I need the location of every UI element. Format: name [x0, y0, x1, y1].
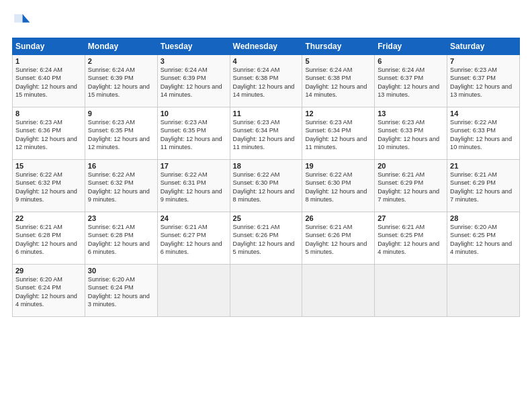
day-info: Sunrise: 6:22 AMSunset: 6:31 PMDaylight:…	[161, 171, 227, 204]
day-number: 11	[233, 109, 300, 118]
calendar-cell: 23Sunrise: 6:21 AMSunset: 6:28 PMDayligh…	[85, 212, 157, 265]
day-number: 27	[378, 214, 444, 222]
day-number: 7	[450, 57, 517, 65]
day-number: 22	[15, 214, 82, 222]
day-number: 8	[15, 109, 82, 118]
calendar-cell: 2Sunrise: 6:24 AMSunset: 6:39 PMDaylight…	[85, 55, 157, 107]
weekday-header: Friday	[375, 38, 447, 55]
page: SundayMondayTuesdayWednesdayThursdayFrid…	[0, 0, 532, 411]
day-number: 26	[305, 214, 371, 222]
day-info: Sunrise: 6:23 AMSunset: 6:35 PMDaylight:…	[88, 118, 154, 152]
day-info: Sunrise: 6:24 AMSunset: 6:37 PMDaylight:…	[378, 66, 444, 99]
day-info: Sunrise: 6:24 AMSunset: 6:40 PMDaylight:…	[15, 66, 82, 99]
weekday-header: Monday	[85, 38, 157, 55]
calendar-cell: 24Sunrise: 6:21 AMSunset: 6:27 PMDayligh…	[157, 212, 230, 265]
day-number: 19	[305, 162, 371, 170]
calendar-cell: 1Sunrise: 6:24 AMSunset: 6:40 PMDaylight…	[13, 55, 85, 107]
calendar-week-row: 15Sunrise: 6:22 AMSunset: 6:32 PMDayligh…	[13, 160, 520, 212]
calendar-cell: 15Sunrise: 6:22 AMSunset: 6:32 PMDayligh…	[13, 160, 85, 212]
day-number: 5	[305, 57, 371, 65]
calendar-cell: 12Sunrise: 6:23 AMSunset: 6:34 PMDayligh…	[302, 107, 375, 160]
day-number: 9	[88, 109, 154, 118]
weekday-header: Tuesday	[157, 38, 230, 55]
day-info: Sunrise: 6:20 AMSunset: 6:25 PMDaylight:…	[450, 223, 517, 257]
calendar-cell: 10Sunrise: 6:23 AMSunset: 6:35 PMDayligh…	[157, 107, 230, 160]
day-info: Sunrise: 6:23 AMSunset: 6:34 PMDaylight:…	[305, 118, 371, 152]
header	[12, 12, 520, 31]
calendar-cell	[230, 265, 302, 317]
calendar-cell: 7Sunrise: 6:23 AMSunset: 6:37 PMDaylight…	[447, 55, 520, 107]
day-number: 23	[88, 214, 154, 222]
calendar-cell: 5Sunrise: 6:24 AMSunset: 6:38 PMDaylight…	[302, 55, 375, 107]
calendar-cell: 8Sunrise: 6:23 AMSunset: 6:36 PMDaylight…	[13, 107, 85, 160]
day-number: 20	[378, 162, 444, 170]
day-info: Sunrise: 6:22 AMSunset: 6:32 PMDaylight:…	[15, 171, 82, 204]
calendar-cell: 30Sunrise: 6:20 AMSunset: 6:24 PMDayligh…	[85, 265, 157, 317]
calendar-cell: 19Sunrise: 6:22 AMSunset: 6:30 PMDayligh…	[302, 160, 375, 212]
logo	[12, 12, 34, 31]
day-number: 4	[233, 57, 300, 65]
calendar-cell: 13Sunrise: 6:23 AMSunset: 6:33 PMDayligh…	[375, 107, 447, 160]
weekday-header-row: SundayMondayTuesdayWednesdayThursdayFrid…	[13, 38, 520, 55]
day-info: Sunrise: 6:24 AMSunset: 6:38 PMDaylight:…	[305, 66, 371, 99]
day-number: 28	[450, 214, 517, 222]
day-number: 12	[305, 109, 371, 118]
day-info: Sunrise: 6:23 AMSunset: 6:36 PMDaylight:…	[15, 118, 82, 152]
weekday-header: Sunday	[13, 38, 85, 55]
day-info: Sunrise: 6:23 AMSunset: 6:35 PMDaylight:…	[161, 118, 227, 152]
day-number: 10	[161, 109, 227, 118]
day-number: 17	[161, 162, 227, 170]
day-info: Sunrise: 6:24 AMSunset: 6:38 PMDaylight:…	[233, 66, 300, 99]
day-info: Sunrise: 6:22 AMSunset: 6:32 PMDaylight:…	[88, 171, 154, 204]
calendar-cell: 28Sunrise: 6:20 AMSunset: 6:25 PMDayligh…	[447, 212, 520, 265]
day-info: Sunrise: 6:21 AMSunset: 6:26 PMDaylight:…	[305, 223, 371, 257]
weekday-header: Saturday	[447, 38, 520, 55]
calendar-cell: 26Sunrise: 6:21 AMSunset: 6:26 PMDayligh…	[302, 212, 375, 265]
day-number: 14	[450, 109, 517, 118]
day-number: 13	[378, 109, 444, 118]
day-info: Sunrise: 6:21 AMSunset: 6:29 PMDaylight:…	[450, 171, 517, 204]
day-info: Sunrise: 6:24 AMSunset: 6:39 PMDaylight:…	[161, 66, 227, 99]
calendar-cell: 11Sunrise: 6:23 AMSunset: 6:34 PMDayligh…	[230, 107, 302, 160]
day-number: 15	[15, 162, 82, 170]
day-info: Sunrise: 6:21 AMSunset: 6:25 PMDaylight:…	[378, 223, 444, 257]
calendar-cell: 6Sunrise: 6:24 AMSunset: 6:37 PMDaylight…	[375, 55, 447, 107]
day-number: 6	[378, 57, 444, 65]
calendar-cell: 4Sunrise: 6:24 AMSunset: 6:38 PMDaylight…	[230, 55, 302, 107]
day-number: 24	[161, 214, 227, 222]
calendar-week-row: 29Sunrise: 6:20 AMSunset: 6:24 PMDayligh…	[13, 265, 520, 317]
calendar-cell	[447, 265, 520, 317]
weekday-header: Wednesday	[230, 38, 302, 55]
svg-rect-1	[14, 14, 24, 22]
calendar-cell: 29Sunrise: 6:20 AMSunset: 6:24 PMDayligh…	[13, 265, 85, 317]
day-info: Sunrise: 6:23 AMSunset: 6:33 PMDaylight:…	[378, 118, 444, 152]
day-info: Sunrise: 6:24 AMSunset: 6:39 PMDaylight:…	[88, 66, 154, 99]
calendar-cell	[157, 265, 230, 317]
svg-marker-0	[23, 14, 30, 22]
calendar-cell: 22Sunrise: 6:21 AMSunset: 6:28 PMDayligh…	[13, 212, 85, 265]
calendar-week-row: 1Sunrise: 6:24 AMSunset: 6:40 PMDaylight…	[13, 55, 520, 107]
day-number: 21	[450, 162, 517, 170]
calendar-week-row: 22Sunrise: 6:21 AMSunset: 6:28 PMDayligh…	[13, 212, 520, 265]
calendar-cell: 14Sunrise: 6:22 AMSunset: 6:33 PMDayligh…	[447, 107, 520, 160]
day-number: 1	[15, 57, 82, 65]
calendar-cell	[302, 265, 375, 317]
day-info: Sunrise: 6:22 AMSunset: 6:30 PMDaylight:…	[233, 171, 300, 204]
day-info: Sunrise: 6:20 AMSunset: 6:24 PMDaylight:…	[88, 275, 154, 309]
calendar-week-row: 8Sunrise: 6:23 AMSunset: 6:36 PMDaylight…	[13, 107, 520, 160]
day-number: 29	[15, 267, 82, 275]
day-info: Sunrise: 6:21 AMSunset: 6:27 PMDaylight:…	[161, 223, 227, 257]
day-number: 16	[88, 162, 154, 170]
day-info: Sunrise: 6:21 AMSunset: 6:28 PMDaylight:…	[88, 223, 154, 257]
calendar-cell: 16Sunrise: 6:22 AMSunset: 6:32 PMDayligh…	[85, 160, 157, 212]
calendar-cell: 17Sunrise: 6:22 AMSunset: 6:31 PMDayligh…	[157, 160, 230, 212]
day-number: 25	[233, 214, 300, 222]
day-info: Sunrise: 6:21 AMSunset: 6:29 PMDaylight:…	[378, 171, 444, 204]
calendar-cell: 9Sunrise: 6:23 AMSunset: 6:35 PMDaylight…	[85, 107, 157, 160]
weekday-header: Thursday	[302, 38, 375, 55]
day-info: Sunrise: 6:23 AMSunset: 6:34 PMDaylight:…	[233, 118, 300, 152]
calendar-cell: 18Sunrise: 6:22 AMSunset: 6:30 PMDayligh…	[230, 160, 302, 212]
day-info: Sunrise: 6:22 AMSunset: 6:30 PMDaylight:…	[305, 171, 371, 204]
day-info: Sunrise: 6:21 AMSunset: 6:28 PMDaylight:…	[15, 223, 82, 257]
calendar-cell: 25Sunrise: 6:21 AMSunset: 6:26 PMDayligh…	[230, 212, 302, 265]
